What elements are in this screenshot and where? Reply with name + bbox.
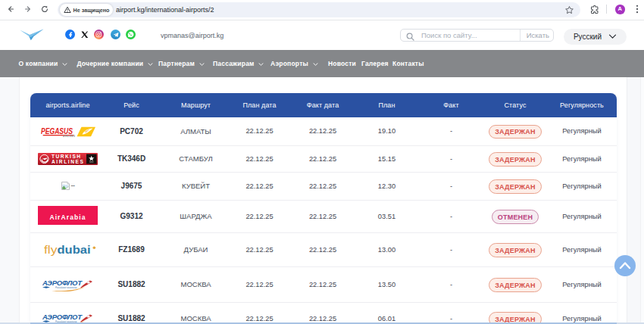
svg-text:PEGASUS: PEGASUS: [41, 127, 73, 136]
svg-text:АЭРОФЛОТ: АЭРОФЛОТ: [42, 279, 83, 287]
svg-text:Российские авиалинии: Российские авиалинии: [55, 286, 77, 289]
svg-text:dubai: dubai: [57, 243, 90, 255]
svg-text:fly: fly: [44, 243, 58, 255]
svg-text:AIRLINES: AIRLINES: [62, 135, 75, 137]
svg-text:АЭРОФЛОТ: АЭРОФЛОТ: [42, 313, 83, 321]
